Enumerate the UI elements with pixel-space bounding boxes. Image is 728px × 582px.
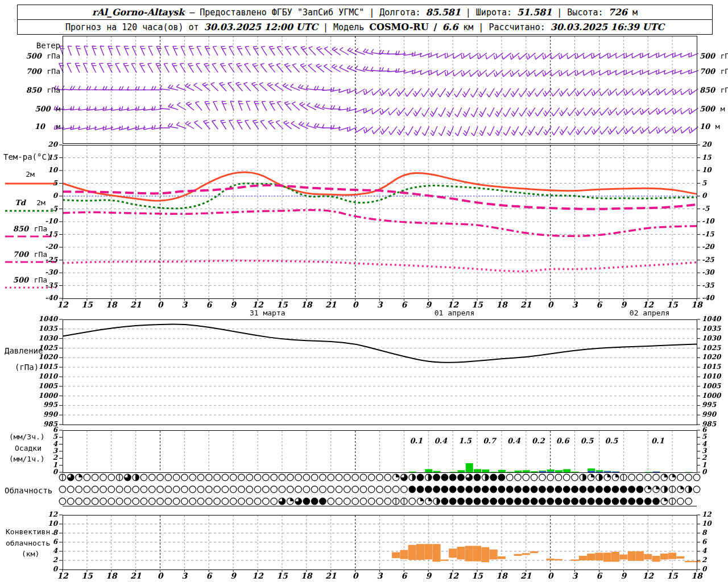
wind-level-700hpa-right: 700 гПа xyxy=(700,65,728,76)
legend-dewpoint-label: Td 2м xyxy=(0,197,60,207)
separator: | xyxy=(466,7,471,18)
longitude-value: 85.581 xyxy=(426,7,461,18)
model-slash: / xyxy=(434,22,437,32)
model-label: Модель xyxy=(333,22,364,32)
legend-700hpa-label: 700 гПа xyxy=(0,248,60,259)
altitude-unit: м xyxy=(632,7,638,18)
pressure-panel-unit: (гПа) xyxy=(15,363,39,372)
latitude-value: 51.581 xyxy=(517,7,552,18)
wind-level-850hpa-left: 850 гПа xyxy=(0,84,60,95)
altitude-label: Высота: xyxy=(567,7,603,18)
convective-label-1: Конвективн. xyxy=(6,527,55,536)
provider-text: Предоставлено ФГБУ "ЗапСиб УГМС" xyxy=(200,7,364,18)
wind-level-700hpa-left: 700 гПа xyxy=(0,65,60,76)
calc-time: 30.03.2025 16:39 UTC xyxy=(551,22,664,32)
meteogram-page: { "header": { "station": "rAl_Gorno-Alta… xyxy=(0,0,728,582)
temp-panel-label: Тем-ра(°C) xyxy=(3,152,51,161)
separator: | xyxy=(478,22,483,32)
model-resolution-unit: км xyxy=(463,22,473,32)
separator: | xyxy=(323,22,328,32)
precip-unit-3h: (мм/3ч.) xyxy=(9,433,45,441)
wind-level-850hpa-right: 850 гПа xyxy=(700,84,728,95)
header-box: rAl_Gorno-Altaysk — Предоставлено ФГБУ "… xyxy=(17,5,713,35)
separator: | xyxy=(557,7,562,18)
wind-level-500hpa-left: 500 гПа xyxy=(0,50,60,61)
altitude-value: 726 xyxy=(609,7,627,18)
legend-500hpa-label: 500 гПа xyxy=(0,274,60,285)
precip-panel-label: Осадки xyxy=(15,444,42,452)
forecast-label: Прогноз на xyxy=(65,22,117,32)
legend-temp-2m-label: 2м xyxy=(0,168,60,179)
legend-850hpa-label: 850 гПа xyxy=(0,223,60,234)
calc-label: Рассчитано: xyxy=(489,22,545,32)
wind-level-10m-left: 10 м xyxy=(0,120,60,131)
wind-level-500hpa-right: 500 гПа xyxy=(700,50,728,61)
separator: | xyxy=(369,7,374,18)
header-row-2: Прогноз на 120 часа(ов) от 30.03.2025 12… xyxy=(18,20,712,34)
wind-level-10m-right: 10 м xyxy=(700,120,720,131)
wind-panel-label: Ветер xyxy=(0,41,60,50)
forecast-label2: часа(ов) от xyxy=(142,22,198,32)
header-row-1: rAl_Gorno-Altaysk — Предоставлено ФГБУ "… xyxy=(18,5,712,20)
wind-level-500m-left: 500 м xyxy=(0,103,60,114)
wind-level-500m-right: 500 м xyxy=(700,103,725,114)
meteogram-canvas xyxy=(0,0,728,582)
pressure-panel-label: Давление xyxy=(5,346,43,355)
convective-label-3: (км) xyxy=(22,550,39,558)
dash: — xyxy=(189,7,195,18)
longitude-label: Долгота: xyxy=(379,7,420,18)
station-name: rAl_Gorno-Altaysk xyxy=(92,7,184,18)
precip-unit-1h: (мм/1ч.) xyxy=(9,455,45,463)
cloudiness-panel-label: Облачность xyxy=(5,486,52,495)
forecast-hours: 120 xyxy=(122,22,137,32)
model-resolution: 6.6 xyxy=(442,22,458,32)
model-name: COSMO-RU xyxy=(369,22,428,32)
latitude-label: Широта: xyxy=(476,7,512,18)
convective-label-2: облачность xyxy=(6,539,50,547)
forecast-time: 30.03.2025 12:00 UTC xyxy=(204,22,318,32)
